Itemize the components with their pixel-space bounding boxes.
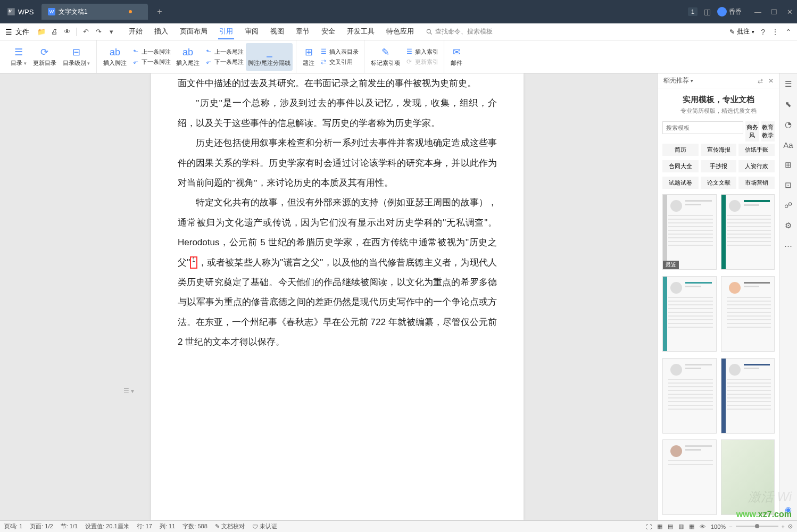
rail-link-icon[interactable]: ☍ <box>783 200 794 211</box>
panel-title[interactable]: 稻壳推荐 <box>663 76 693 85</box>
zoom-fit-icon[interactable]: ⊙ <box>788 523 793 530</box>
status-row[interactable]: 行: 17 <box>137 522 152 530</box>
tab-view[interactable]: 视图 <box>269 24 285 39</box>
help-icon[interactable]: ? <box>761 28 765 36</box>
caption-button[interactable]: ⊞题注 <box>300 43 318 71</box>
wps-logo[interactable]: WPS <box>3 4 37 20</box>
update-toc-button[interactable]: ⟳更新目录 <box>30 43 60 71</box>
rail-docer-icon[interactable]: ◉ <box>783 504 794 515</box>
insert-footnote-button[interactable]: ab插入脚注 <box>100 43 130 71</box>
chip-exam[interactable]: 试题试卷 <box>662 177 699 189</box>
hamburger-icon[interactable]: ☰ <box>5 28 12 36</box>
tab-references[interactable]: 引用 <box>218 24 234 39</box>
chip-newspaper[interactable]: 手抄报 <box>701 160 737 172</box>
new-tab-button[interactable]: + <box>153 5 166 18</box>
rail-style-icon[interactable]: Aa <box>783 139 794 150</box>
zoom-out-icon[interactable]: − <box>729 523 732 530</box>
cross-ref-button[interactable]: ⇄交叉引用 <box>320 58 359 66</box>
file-menu[interactable]: 文件 <box>15 27 29 37</box>
panel-settings-icon[interactable]: ⇄ <box>758 77 763 85</box>
template-item[interactable] <box>721 439 775 515</box>
zoom-control[interactable]: 100% − + ⊙ <box>711 523 793 530</box>
template-item[interactable] <box>662 358 717 434</box>
undo-icon[interactable]: ↶ <box>80 26 92 38</box>
notification-badge[interactable]: 1 <box>688 7 698 16</box>
status-page[interactable]: 页面: 1/2 <box>30 522 53 530</box>
insert-endnote-button[interactable]: ab插入尾注 <box>173 43 203 71</box>
rail-grid-icon[interactable]: ⊞ <box>783 160 794 170</box>
document-area[interactable]: 面文件中描述的过去及其研究。在书面记录之前发生的事件被视为史前史。 "历史"是一… <box>0 73 675 520</box>
more-icon[interactable]: ⋮ <box>771 28 779 36</box>
panel-close-icon[interactable]: ✕ <box>768 77 774 85</box>
chip-education[interactable]: 教育教学 <box>761 121 775 142</box>
status-proof[interactable]: ✎文档校对 <box>215 522 245 530</box>
template-item[interactable] <box>721 194 775 270</box>
tab-pagelayout[interactable]: 页面布局 <box>179 24 209 39</box>
zoom-in-icon[interactable]: + <box>782 523 785 530</box>
save-icon[interactable]: 🖨 <box>48 26 60 38</box>
page-action-icon[interactable]: ☰ ▾ <box>123 387 134 395</box>
chip-letter[interactable]: 信纸手账 <box>738 144 775 156</box>
next-endnote-button[interactable]: ⬐下一条尾注 <box>205 58 244 66</box>
document-tab[interactable]: W 文字文稿1 <box>41 4 148 20</box>
cube-icon[interactable]: ◫ <box>704 7 711 16</box>
zoom-slider[interactable] <box>736 526 778 527</box>
tab-devtools[interactable]: 开发工具 <box>346 24 376 39</box>
qat-dropdown[interactable]: ▾ <box>105 26 117 38</box>
view-fullscreen-icon[interactable]: ⛶ <box>646 523 652 530</box>
tab-security[interactable]: 安全 <box>320 24 336 39</box>
view-eye-icon[interactable]: 👁 <box>700 523 705 530</box>
toc-level-button[interactable]: ⊟目录级别 <box>60 43 94 71</box>
next-footnote-button[interactable]: ⬐下一条脚注 <box>132 58 171 66</box>
chip-paper[interactable]: 论文文献 <box>701 177 737 189</box>
template-item[interactable]: 最近 <box>662 194 717 270</box>
insert-index-button[interactable]: ☰插入索引 <box>405 48 438 56</box>
open-icon[interactable]: 📁 <box>36 26 47 38</box>
rail-shape-icon[interactable]: ◔ <box>783 119 794 130</box>
tab-review[interactable]: 审阅 <box>244 24 260 39</box>
maximize-button[interactable]: ☐ <box>771 8 777 16</box>
tab-special[interactable]: 特色应用 <box>385 24 415 39</box>
rail-more-icon[interactable]: ⋯ <box>783 240 794 251</box>
command-search[interactable]: 查找命令、搜索模板 <box>426 27 493 36</box>
status-cert[interactable]: 🛡未认证 <box>252 522 277 530</box>
prev-endnote-button[interactable]: ⬑上一条尾注 <box>205 48 244 56</box>
view-web-icon[interactable]: ▥ <box>678 523 684 530</box>
tab-section[interactable]: 章节 <box>295 24 311 39</box>
status-col[interactable]: 列: 11 <box>160 522 175 530</box>
chip-business[interactable]: 商务风 <box>745 121 759 142</box>
view-outline-icon[interactable]: ▦ <box>689 523 694 530</box>
footnote-reference-highlight[interactable]: 1 <box>190 256 197 269</box>
status-words[interactable]: 字数: 588 <box>182 522 207 530</box>
tab-start[interactable]: 开始 <box>128 24 144 39</box>
minimize-button[interactable]: — <box>754 8 761 16</box>
view-print-icon[interactable]: ▦ <box>657 523 662 530</box>
template-item[interactable] <box>662 276 717 352</box>
chip-hr[interactable]: 人资行政 <box>738 160 775 172</box>
toc-button[interactable]: ☰目录 <box>7 43 30 71</box>
rail-select-icon[interactable]: ⬉ <box>783 99 794 110</box>
status-section[interactable]: 节: 1/1 <box>61 522 78 530</box>
chip-contract[interactable]: 合同大全 <box>662 160 699 172</box>
notes-button[interactable]: ✎ 批注 ▾ <box>729 27 754 36</box>
rail-collapse-icon[interactable]: ☰ <box>783 79 794 89</box>
collapse-ribbon-icon[interactable]: ⌃ <box>785 28 792 36</box>
print-icon[interactable]: 👁 <box>61 26 73 38</box>
template-item[interactable] <box>721 276 775 352</box>
template-search-input[interactable] <box>662 121 743 134</box>
redo-icon[interactable]: ↷ <box>93 26 104 38</box>
tab-insert[interactable]: 插入 <box>153 24 169 39</box>
prev-footnote-button[interactable]: ⬑上一条脚注 <box>132 48 171 56</box>
status-pagenum[interactable]: 页码: 1 <box>4 522 22 530</box>
rail-template-icon[interactable]: ⊡ <box>783 180 794 190</box>
document-page[interactable]: 面文件中描述的过去及其研究。在书面记录之前发生的事件被视为史前史。 "历史"是一… <box>151 73 524 520</box>
view-page-icon[interactable]: ▤ <box>668 523 673 530</box>
footnote-separator-button[interactable]: ⎯脚注/尾注分隔线 <box>246 43 293 71</box>
mail-button[interactable]: ✉邮件 <box>447 43 466 71</box>
close-button[interactable]: ✕ <box>787 8 793 16</box>
user-account[interactable]: 香香 <box>717 7 742 16</box>
chip-poster[interactable]: 宣传海报 <box>701 144 737 156</box>
chip-resume[interactable]: 简历 <box>662 144 699 156</box>
template-item[interactable] <box>721 358 775 434</box>
insert-fig-toc-button[interactable]: ☰插入表目录 <box>320 48 359 56</box>
